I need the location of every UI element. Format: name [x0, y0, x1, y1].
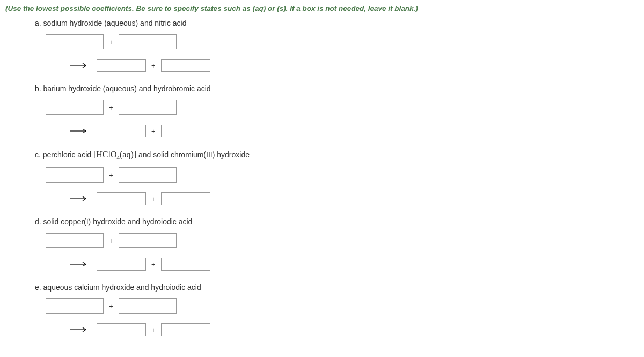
formula-main: HClO [96, 150, 116, 159]
arrow-icon [70, 128, 89, 134]
problem-b: b. barium hydroxide (aqueous) and hydrob… [35, 84, 639, 140]
prompt-text-d: solid copper(I) hydroxide and hydroiodic… [43, 217, 193, 226]
problem-e: e. aqueous calcium hydroxide and hydroio… [35, 283, 639, 339]
prompt-text-e: aqueous calcium hydroxide and hydroiodic… [43, 283, 201, 292]
problem-a: a. sodium hydroxide (aqueous) and nitric… [35, 19, 639, 75]
reactants-row-a: + [46, 33, 639, 51]
plus-symbol: + [109, 38, 113, 46]
reactant2-input-b[interactable] [119, 100, 177, 115]
product1-input-b[interactable] [97, 125, 146, 137]
problem-d: d. solid copper(I) hydroxide and hydroio… [35, 217, 639, 273]
formula-c: [HClO4(aq)] [93, 150, 136, 159]
prompt-before-c: perchloric acid [43, 150, 93, 159]
plus-symbol: + [109, 171, 113, 179]
prompt-e: e. aqueous calcium hydroxide and hydroio… [35, 283, 639, 292]
product1-input-e[interactable] [97, 323, 146, 336]
arrow-icon [70, 196, 89, 201]
prompt-text-b: barium hydroxide (aqueous) and hydrobrom… [43, 84, 211, 93]
reactant2-input-a[interactable] [119, 34, 177, 49]
prompt-c: c. perchloric acid [HClO4(aq)] and solid… [35, 150, 639, 161]
product1-input-d[interactable] [97, 258, 146, 271]
plus-symbol: + [151, 62, 156, 70]
reactant2-input-d[interactable] [119, 233, 177, 248]
prompt-after-c: and solid chromium(III) hydroxide [136, 150, 250, 159]
label-d: d. [35, 217, 41, 226]
products-row-c: + [70, 190, 639, 208]
formula-state: (aq) [120, 150, 134, 159]
prompt-b: b. barium hydroxide (aqueous) and hydrob… [35, 84, 639, 93]
plus-symbol: + [109, 237, 113, 245]
product1-input-c[interactable] [97, 192, 146, 205]
prompt-text-a: sodium hydroxide (aqueous) and nitric ac… [43, 19, 187, 27]
reactants-row-d: + [46, 231, 639, 250]
reactant1-input-d[interactable] [46, 233, 104, 248]
arrow-icon [70, 63, 89, 68]
reactant2-input-c[interactable] [119, 167, 177, 183]
plus-symbol: + [151, 326, 156, 334]
products-row-e: + [70, 320, 639, 339]
product2-input-d[interactable] [161, 258, 210, 271]
reactant2-input-e[interactable] [119, 298, 177, 314]
plus-symbol: + [109, 302, 113, 310]
product1-input-a[interactable] [97, 59, 146, 72]
reactant1-input-c[interactable] [46, 167, 104, 183]
plus-symbol: + [109, 104, 113, 112]
products-row-b: + [70, 122, 639, 140]
arrow-icon [70, 327, 89, 332]
product2-input-c[interactable] [161, 192, 210, 205]
arrow-icon [70, 261, 89, 267]
prompt-d: d. solid copper(I) hydroxide and hydroio… [35, 217, 639, 226]
problem-c: c. perchloric acid [HClO4(aq)] and solid… [35, 150, 639, 208]
products-row-d: + [70, 255, 639, 273]
product2-input-b[interactable] [161, 125, 210, 137]
plus-symbol: + [151, 127, 156, 135]
reactant1-input-a[interactable] [46, 34, 104, 49]
label-b: b. [35, 84, 41, 93]
instructions-text: (Use the lowest possible coefficients. B… [5, 4, 639, 12]
plus-symbol: + [151, 195, 156, 203]
reactant1-input-b[interactable] [46, 100, 104, 115]
reactants-row-b: + [46, 98, 639, 116]
product2-input-e[interactable] [161, 323, 210, 336]
label-e: e. [35, 283, 41, 292]
reactants-row-e: + [46, 297, 639, 315]
label-c: c. [35, 150, 41, 159]
label-a: a. [35, 19, 41, 27]
product2-input-a[interactable] [161, 59, 210, 72]
plus-symbol: + [151, 260, 156, 268]
reactant1-input-e[interactable] [46, 298, 104, 314]
products-row-a: + [70, 56, 639, 75]
reactants-row-c: + [46, 166, 639, 184]
prompt-a: a. sodium hydroxide (aqueous) and nitric… [35, 19, 639, 27]
